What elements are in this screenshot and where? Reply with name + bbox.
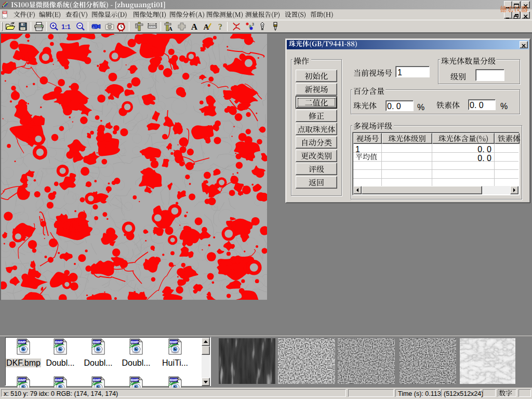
svg-text:BMP: BMP [93, 340, 101, 344]
svg-text:A: A [191, 22, 198, 32]
svg-text:DOC: DOC [3, 12, 7, 14]
svg-text:BMP: BMP [18, 378, 26, 382]
svg-text:A: A [168, 25, 172, 32]
svg-text:BMP: BMP [93, 378, 101, 382]
svg-text:a: a [249, 23, 251, 29]
svg-text:1:1: 1:1 [61, 23, 71, 31]
svg-text:BMP: BMP [131, 340, 139, 344]
svg-text:?: ? [218, 22, 222, 31]
svg-text:BMP: BMP [131, 378, 139, 382]
svg-text:BMP: BMP [55, 340, 63, 344]
svg-text:BMP: BMP [170, 378, 178, 382]
svg-text:3: 3 [252, 22, 254, 26]
svg-text:BMP: BMP [18, 340, 26, 344]
svg-text:BMP: BMP [170, 340, 178, 344]
svg-text:BMP: BMP [55, 378, 63, 382]
